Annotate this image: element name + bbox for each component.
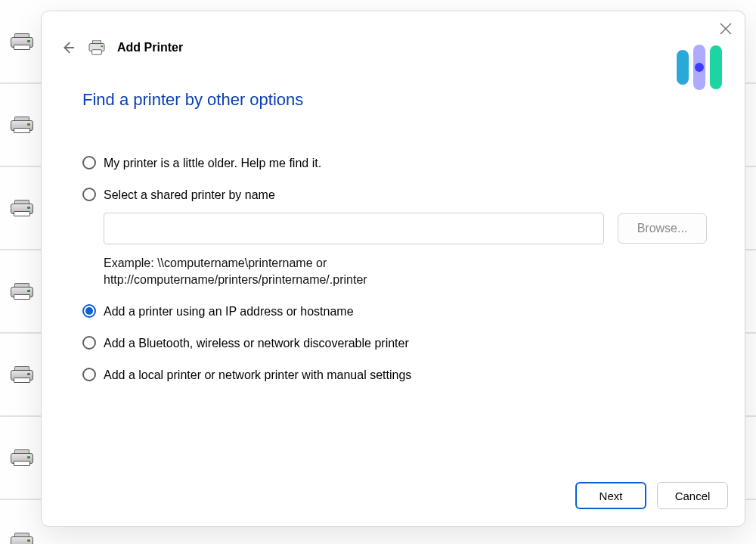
close-icon[interactable] [717,20,734,37]
option-label: My printer is a little older. Help me fi… [104,155,321,172]
printer-icon [11,283,32,300]
printer-icon [11,33,32,50]
radio-bluetooth[interactable] [82,336,96,350]
svg-rect-5 [101,45,103,47]
printer-icon [11,117,32,133]
option-label: Add a printer using an IP address or hos… [104,303,354,320]
option-older-printer[interactable]: My printer is a little older. Help me fi… [82,155,704,172]
browse-button[interactable]: Browse... [618,213,707,244]
printer-icon [11,366,32,383]
svg-rect-3 [93,40,101,44]
dialog-body: Find a printer by other options My print… [42,67,745,482]
add-printer-dialog: Add Printer Find a printer by other opti… [41,11,745,527]
options-group: My printer is a little older. Help me fi… [82,155,704,384]
option-bluetooth[interactable]: Add a Bluetooth, wireless or network dis… [82,335,704,352]
radio-older[interactable] [82,156,96,169]
option-ip-hostname[interactable]: Add a printer using an IP address or hos… [82,303,704,320]
dialog-footer: Next Cancel [42,482,745,526]
printer-icon [88,40,105,55]
option-label: Add a local printer or network printer w… [104,367,411,384]
option-label: Add a Bluetooth, wireless or network dis… [104,335,409,352]
example-text: Example: \\computername\printername or h… [104,255,587,288]
option-local-manual[interactable]: Add a local printer or network printer w… [82,367,704,384]
next-button[interactable]: Next [575,482,646,509]
radio-shared[interactable] [82,188,96,201]
option-shared-printer[interactable]: Select a shared printer by name Browse..… [82,187,704,288]
printer-icon [11,200,32,216]
shared-printer-input[interactable] [104,213,604,244]
dialog-header: Add Printer [42,11,745,67]
brand-logo-icon [677,45,722,90]
back-arrow-icon[interactable] [60,39,76,56]
page-heading: Find a printer by other options [82,90,704,110]
printer-icon [11,449,32,466]
option-label: Select a shared printer by name [104,187,275,204]
radio-ip[interactable] [82,304,96,318]
svg-rect-6 [92,50,102,54]
cancel-button[interactable]: Cancel [657,482,728,509]
radio-local[interactable] [82,368,96,381]
printer-icon [11,533,32,544]
dialog-title: Add Printer [117,41,183,54]
